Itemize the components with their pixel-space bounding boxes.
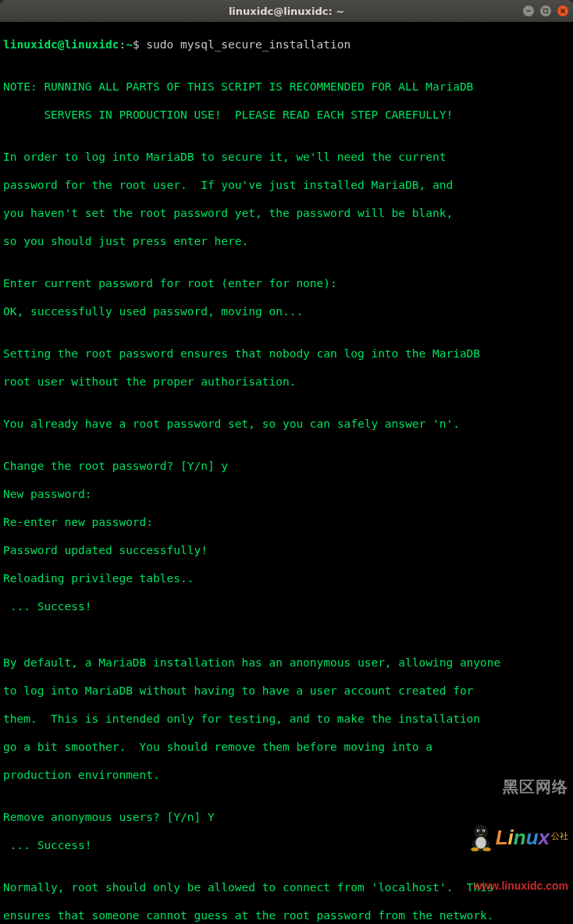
- typed-command: sudo mysql_secure_installation: [146, 38, 351, 51]
- minimize-button[interactable]: [523, 5, 534, 16]
- terminal-output-line: By default, a MariaDB installation has a…: [3, 656, 570, 670]
- svg-point-7: [476, 830, 479, 833]
- terminal-output-line: Change the root password? [Y/n] y: [3, 459, 570, 473]
- prompt-path: ~: [126, 38, 133, 51]
- terminal-output-line: Re-enter new password:: [3, 515, 570, 529]
- prompt-colon: :: [119, 38, 126, 51]
- prompt-line-1: linuxidc@linuxidc:~$ sudo mysql_secure_i…: [3, 37, 570, 52]
- terminal-output-line: Setting the root password ensures that n…: [3, 346, 570, 361]
- terminal-output-line: so you should just press enter here.: [3, 234, 570, 248]
- terminal-output-line: root user without the proper authorisati…: [3, 375, 570, 389]
- svg-point-10: [482, 830, 484, 832]
- terminal-output-line: Enter current password for root (enter f…: [3, 276, 570, 290]
- terminal-output-line: Remove anonymous users? [Y/n] Y: [3, 810, 570, 824]
- close-icon: [560, 8, 566, 14]
- window-title: linuxidc@linuxidc: ~: [0, 5, 573, 17]
- svg-point-9: [478, 830, 479, 832]
- prompt-dollar: $: [133, 38, 146, 51]
- terminal-output-line: Password updated successfully!: [3, 543, 570, 557]
- terminal-output-line: You already have a root password set, so…: [3, 417, 570, 431]
- terminal-output-line: ensures that someone cannot guess at the…: [3, 908, 570, 922]
- terminal-output-line: NOTE: RUNNING ALL PARTS OF THIS SCRIPT I…: [3, 80, 570, 94]
- terminal-output-line: Normally, root should only be allowed to…: [3, 880, 570, 894]
- close-button[interactable]: [557, 5, 568, 16]
- window-titlebar[interactable]: linuxidc@linuxidc: ~: [0, 0, 573, 22]
- terminal-output-line: New password:: [3, 487, 570, 501]
- terminal-window: linuxidc@linuxidc: ~ linuxidc@linuxidc:~…: [0, 0, 573, 924]
- svg-point-8: [482, 830, 485, 833]
- terminal-body[interactable]: linuxidc@linuxidc:~$ sudo mysql_secure_i…: [0, 22, 573, 924]
- maximize-icon: [543, 8, 549, 14]
- terminal-output-line: them. This is intended only for testing,…: [3, 712, 570, 726]
- terminal-output-line: production environment.: [3, 768, 570, 782]
- window-controls: [523, 5, 568, 16]
- terminal-output-line: to log into MariaDB without having to ha…: [3, 684, 570, 698]
- prompt-user-host: linuxidc@linuxidc: [3, 38, 119, 51]
- terminal-output-line: OK, successfully used password, moving o…: [3, 304, 570, 318]
- terminal-output-line: password for the root user. If you've ju…: [3, 178, 570, 192]
- terminal-output-line: In order to log into MariaDB to secure i…: [3, 150, 570, 164]
- svg-point-4: [474, 825, 487, 840]
- maximize-button[interactable]: [540, 5, 551, 16]
- minimize-icon: [525, 8, 532, 14]
- svg-rect-1: [544, 9, 548, 13]
- terminal-output-line: ... Success!: [3, 838, 570, 852]
- terminal-output-line: Reloading privilege tables..: [3, 571, 570, 585]
- terminal-output-line: ... Success!: [3, 599, 570, 613]
- terminal-output-line: SERVERS IN PRODUCTION USE! PLEASE READ E…: [3, 108, 570, 122]
- terminal-output-line: go a bit smoother. You should remove the…: [3, 740, 570, 754]
- terminal-output-line: you haven't set the root password yet, t…: [3, 206, 570, 220]
